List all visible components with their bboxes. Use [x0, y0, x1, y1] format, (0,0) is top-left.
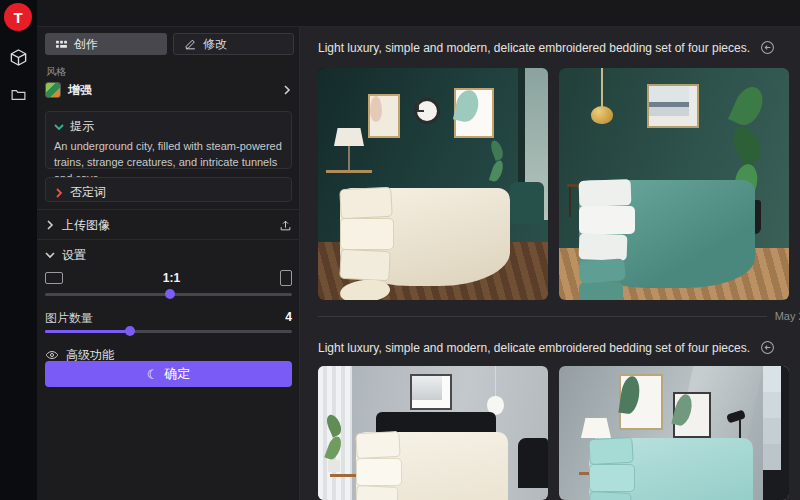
pillow	[355, 485, 398, 500]
teal-pillow	[579, 282, 623, 300]
pillow	[339, 249, 391, 282]
upload-icon[interactable]	[279, 219, 292, 232]
aspect-ratio-slider[interactable]	[45, 293, 292, 296]
pillow	[579, 233, 628, 261]
bed	[579, 180, 755, 288]
table-lamp	[581, 418, 611, 438]
tab-modify-label: 修改	[203, 36, 227, 53]
tab-create-label: 创作	[74, 36, 98, 53]
chevron-right-icon	[45, 220, 55, 230]
control-panel: 创作 修改 风格 增强 提示 An underground city, fill…	[37, 27, 300, 500]
nightstand	[326, 170, 372, 173]
bed	[356, 432, 508, 500]
folder-icon[interactable]	[9, 85, 28, 104]
confirm-button[interactable]: ☾ 确定	[45, 361, 292, 387]
left-icon-rail: T	[0, 0, 37, 500]
wall-art-leaf	[454, 88, 494, 138]
wall-art-leaf	[673, 392, 711, 438]
tab-modify[interactable]: 修改	[173, 33, 294, 55]
pendant-lamp	[591, 106, 613, 124]
divider	[37, 239, 300, 240]
pillow	[579, 206, 635, 234]
pendant-cord	[601, 68, 603, 108]
wall-art-seascape	[647, 84, 699, 128]
plant	[492, 140, 518, 176]
nightstand-leg	[569, 187, 571, 217]
pendant-cord	[495, 366, 497, 398]
window	[763, 366, 789, 500]
eye-icon	[45, 348, 59, 362]
edit-pencil-icon	[184, 38, 197, 51]
wall-clock	[414, 98, 440, 124]
model-cube-icon[interactable]	[9, 48, 28, 67]
bed	[589, 438, 753, 500]
wall-art-leaf	[619, 374, 663, 430]
lamp-stem	[348, 146, 350, 170]
image-row	[318, 366, 789, 500]
pillow	[355, 431, 400, 459]
generation-prompt-row: Light luxury, simple and modern, delicat…	[318, 340, 775, 355]
aspect-ratio-value: 1:1	[63, 271, 280, 285]
bed	[340, 188, 510, 286]
style-selector[interactable]: 增强	[45, 80, 292, 100]
table-lamp	[334, 128, 364, 146]
settings-header[interactable]: 设置	[45, 245, 292, 265]
pillow	[340, 218, 394, 250]
pillow	[356, 458, 402, 486]
prompt-label: 提示	[70, 118, 94, 135]
generation-prompt: Light luxury, simple and modern, delicat…	[318, 341, 750, 355]
pillow	[339, 187, 392, 220]
generated-image-4[interactable]	[559, 366, 789, 500]
divider	[318, 316, 767, 317]
generated-image-1[interactable]	[318, 68, 548, 300]
pillow	[588, 437, 633, 465]
image-count-value: 4	[285, 310, 292, 327]
settings-label: 设置	[62, 247, 86, 264]
chevron-down-icon	[54, 122, 64, 132]
image-row	[318, 68, 789, 300]
generation-prompt-row: Light luxury, simple and modern, delicat…	[318, 40, 775, 55]
reuse-arrow-icon[interactable]	[760, 340, 775, 355]
slider-handle[interactable]	[125, 326, 135, 336]
prompt-box[interactable]: 提示 An underground city, filled with stea…	[45, 111, 292, 169]
negative-box[interactable]: 否定词	[45, 177, 292, 202]
reuse-arrow-icon[interactable]	[760, 40, 775, 55]
avatar[interactable]: T	[4, 3, 32, 31]
generated-image-2[interactable]	[559, 68, 789, 300]
pillow	[588, 491, 631, 500]
confirm-label: 确定	[164, 365, 190, 383]
image-count-slider[interactable]	[45, 330, 292, 333]
chevron-right-icon	[54, 188, 64, 198]
slider-fill	[45, 330, 129, 333]
style-section-label: 风格	[46, 65, 66, 79]
tab-create[interactable]: 创作	[45, 33, 167, 55]
aspect-ratio-row: 1:1	[45, 270, 292, 286]
chair	[518, 438, 548, 488]
portrait-ratio-icon[interactable]	[280, 270, 292, 286]
upload-row[interactable]: 上传图像	[45, 215, 292, 235]
image-count-label: 图片数量	[45, 310, 285, 327]
generated-image-3[interactable]	[318, 366, 548, 500]
landscape-ratio-icon[interactable]	[45, 272, 63, 284]
pillow	[589, 464, 635, 492]
armchair	[510, 182, 544, 224]
chevron-down-icon	[45, 250, 55, 260]
negative-label: 否定词	[70, 184, 106, 201]
pillow	[579, 179, 632, 207]
wall-art	[410, 374, 452, 410]
generation-feed: Light luxury, simple and modern, delicat…	[300, 27, 800, 500]
upload-label: 上传图像	[62, 217, 272, 234]
generation-date: May 24, 1	[775, 310, 800, 322]
style-thumbnail-icon	[45, 82, 61, 98]
chevron-right-icon	[282, 85, 292, 95]
style-value: 增强	[68, 82, 275, 99]
app-window: T 创作 修改 风格	[0, 0, 800, 500]
top-bar	[37, 0, 800, 27]
wall-art-feather	[368, 94, 400, 138]
avatar-letter: T	[13, 9, 22, 26]
generation-prompt: Light luxury, simple and modern, delicat…	[318, 41, 750, 55]
divider	[37, 209, 300, 210]
teal-pillow	[578, 258, 625, 283]
slider-handle[interactable]	[165, 289, 175, 299]
generation-meta: May 24, 1	[318, 310, 800, 322]
